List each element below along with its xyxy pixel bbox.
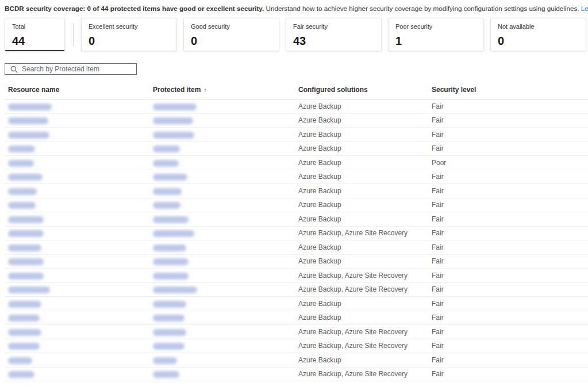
configured-solutions-cell: Azure Backup	[298, 356, 432, 364]
column-header-security-level[interactable]: Security level	[432, 86, 588, 94]
protected-item-redacted-link[interactable]	[153, 286, 197, 293]
table-row: Azure Backup, Azure Site Recovery Fair	[5, 339, 588, 354]
protected-item-redacted-link[interactable]	[153, 216, 189, 223]
configured-solutions-cell: Azure Backup	[298, 102, 432, 110]
resource-name-redacted-link[interactable]	[8, 174, 43, 181]
summary-card-value: 43	[293, 35, 374, 48]
protected-item-cell	[153, 229, 298, 237]
resource-name-redacted-link[interactable]	[8, 132, 49, 139]
security-level-cell: Poor	[432, 159, 588, 167]
summary-card-poor-security[interactable]: Poor security 1	[388, 18, 484, 51]
resource-name-redacted-link[interactable]	[8, 286, 50, 293]
table-body: Azure Backup Fair Azure Backup Fair Azur…	[5, 100, 588, 381]
security-level-cell: Fair	[432, 201, 588, 209]
protected-item-cell	[153, 131, 298, 139]
protected-item-redacted-link[interactable]	[153, 357, 177, 364]
resource-name-redacted-link[interactable]	[8, 160, 34, 167]
security-level-cell: Fair	[432, 131, 588, 139]
summary-card-label: Excellent security	[89, 23, 170, 30]
column-header-protected-item[interactable]: Protected item↑	[153, 86, 298, 94]
security-level-cell: Fair	[432, 342, 588, 350]
resource-name-redacted-link[interactable]	[8, 315, 40, 322]
protected-item-redacted-link[interactable]	[153, 230, 194, 237]
resource-name-redacted-link[interactable]	[8, 117, 48, 124]
protected-item-redacted-link[interactable]	[153, 146, 180, 152]
security-level-cell: Fair	[432, 243, 588, 251]
table-row: Azure Backup Fair	[5, 198, 588, 213]
protected-item-redacted-link[interactable]	[153, 117, 193, 124]
resource-name-redacted-link[interactable]	[8, 371, 34, 378]
table-row: Azure Backup Fair	[5, 184, 588, 198]
resource-name-cell	[8, 187, 153, 195]
security-level-cell: Fair	[432, 102, 588, 110]
configured-solutions-cell: Azure Backup	[298, 215, 432, 223]
protected-item-redacted-link[interactable]	[153, 244, 186, 251]
resource-name-cell	[8, 370, 153, 378]
resource-name-cell	[8, 313, 153, 322]
security-level-cell: Fair	[432, 300, 588, 308]
column-header-resource-name[interactable]: Resource name	[8, 86, 153, 94]
protected-item-redacted-link[interactable]	[153, 188, 182, 195]
table-row: Azure Backup Fair	[5, 311, 588, 326]
protected-item-redacted-link[interactable]	[153, 329, 186, 336]
configured-solutions-cell: Azure Backup	[298, 257, 432, 265]
protected-item-cell	[153, 272, 298, 280]
resource-name-cell	[8, 201, 153, 209]
card-divider	[73, 23, 74, 46]
resource-name-redacted-link[interactable]	[8, 188, 37, 195]
search-input[interactable]	[22, 65, 136, 73]
table-row: Azure Backup Fair	[5, 255, 588, 269]
coverage-banner: BCDR security coverage: 0 of 44 protecte…	[0, 0, 588, 13]
table-row: Azure Backup Fair	[5, 128, 588, 142]
summary-cards: Total 44 Excellent security 0 Good secur…	[5, 18, 583, 51]
configured-solutions-cell: Azure Backup, Azure Site Recovery	[298, 342, 432, 350]
resource-name-redacted-link[interactable]	[8, 244, 41, 251]
resource-name-redacted-link[interactable]	[8, 146, 35, 152]
protected-item-redacted-link[interactable]	[153, 343, 185, 350]
protected-item-redacted-link[interactable]	[153, 202, 180, 209]
resource-name-redacted-link[interactable]	[8, 202, 36, 209]
search-box	[5, 63, 137, 75]
resource-name-redacted-link[interactable]	[8, 357, 32, 364]
resource-name-redacted-link[interactable]	[8, 104, 52, 110]
summary-card-excellent-security[interactable]: Excellent security 0	[81, 18, 177, 51]
summary-card-value: 44	[12, 35, 57, 48]
configured-solutions-cell: Azure Backup	[298, 173, 432, 181]
configured-solutions-cell: Azure Backup	[298, 201, 432, 209]
protected-item-redacted-link[interactable]	[153, 160, 179, 167]
resource-name-redacted-link[interactable]	[8, 301, 41, 308]
table-row: Azure Backup Fair	[5, 100, 588, 114]
protected-item-redacted-link[interactable]	[153, 301, 186, 308]
table-row: Azure Backup, Azure Site Recovery Fair	[5, 325, 588, 339]
protected-item-redacted-link[interactable]	[153, 315, 185, 322]
table-row: Azure Backup, Azure Site Recovery Fair	[5, 269, 588, 283]
column-header-configured-solutions[interactable]: Configured solutions	[298, 86, 432, 94]
protected-item-redacted-link[interactable]	[153, 371, 179, 378]
summary-card-not-available[interactable]: Not available 0	[490, 18, 586, 51]
protected-item-redacted-link[interactable]	[153, 174, 187, 181]
configured-solutions-cell: Azure Backup, Azure Site Recovery	[298, 370, 432, 378]
resource-name-redacted-link[interactable]	[8, 329, 41, 336]
resource-name-redacted-link[interactable]	[8, 216, 44, 223]
table-row: Azure Backup, Azure Site Recovery Fair	[5, 283, 588, 297]
resource-name-redacted-link[interactable]	[8, 258, 44, 265]
summary-card-total[interactable]: Total 44	[5, 18, 65, 51]
configured-solutions-cell: Azure Backup, Azure Site Recovery	[298, 229, 432, 237]
protected-item-cell	[153, 215, 298, 223]
protected-item-redacted-link[interactable]	[153, 273, 189, 280]
summary-card-fair-security[interactable]: Fair security 43	[286, 18, 382, 51]
protected-item-cell	[153, 201, 298, 209]
table-row: Azure Backup Fair	[5, 240, 588, 255]
protected-item-redacted-link[interactable]	[153, 258, 189, 265]
learn-more-link[interactable]: Learn more.	[581, 5, 588, 12]
table-row: Azure Backup, Azure Site Recovery Fair	[5, 368, 588, 382]
resource-name-redacted-link[interactable]	[8, 273, 44, 280]
protected-item-redacted-link[interactable]	[153, 132, 194, 139]
protected-item-cell	[153, 257, 298, 265]
configured-solutions-cell: Azure Backup, Azure Site Recovery	[298, 328, 432, 336]
protected-item-redacted-link[interactable]	[153, 104, 197, 110]
resource-name-redacted-link[interactable]	[8, 343, 40, 350]
summary-card-good-security[interactable]: Good security 0	[183, 18, 279, 51]
protected-item-cell	[153, 102, 298, 110]
resource-name-redacted-link[interactable]	[8, 230, 44, 237]
